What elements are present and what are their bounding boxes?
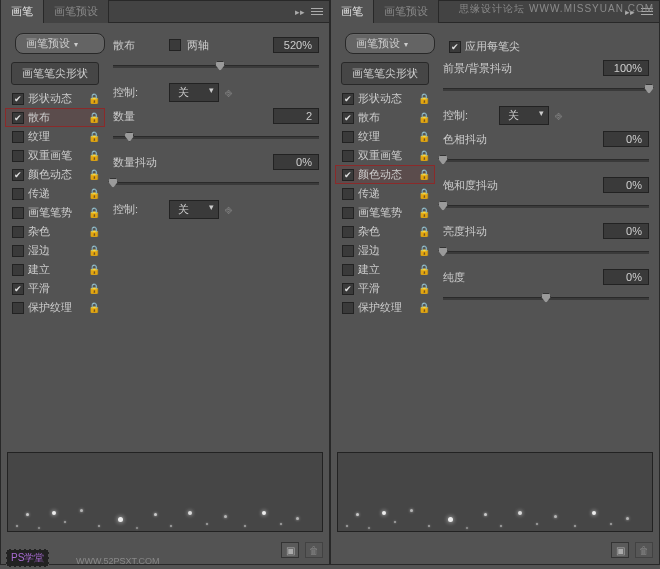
checkbox-icon[interactable] bbox=[342, 150, 354, 162]
lock-icon[interactable]: 🔒 bbox=[88, 245, 104, 256]
lock-icon[interactable]: 🔒 bbox=[418, 245, 434, 256]
checkbox-icon[interactable]: ✔ bbox=[342, 169, 354, 181]
opt-scatter[interactable]: ✔散布🔒 bbox=[5, 108, 105, 127]
checkbox-icon[interactable] bbox=[12, 245, 24, 257]
panel-menu-icon[interactable] bbox=[309, 5, 325, 19]
count-slider[interactable] bbox=[113, 130, 319, 144]
trash-icon[interactable]: 🗑 bbox=[305, 542, 323, 558]
count-jitter-slider[interactable] bbox=[113, 176, 319, 190]
hue-jitter-value[interactable]: 0% bbox=[603, 131, 649, 147]
lock-icon[interactable]: 🔒 bbox=[88, 264, 104, 275]
checkbox-icon[interactable] bbox=[342, 188, 354, 200]
collapse-icon[interactable]: ▸▸ bbox=[293, 5, 307, 19]
tab-brush[interactable]: 画笔 bbox=[331, 0, 374, 23]
count-jitter-value[interactable]: 0% bbox=[273, 154, 319, 170]
tip-shape-button[interactable]: 画笔笔尖形状 bbox=[11, 62, 99, 85]
checkbox-icon[interactable] bbox=[342, 207, 354, 219]
tab-preset[interactable]: 画笔预设 bbox=[374, 0, 439, 23]
control-select[interactable]: 关 bbox=[499, 106, 549, 125]
lock-icon[interactable]: 🔒 bbox=[418, 226, 434, 237]
opt-shape-dynamics[interactable]: ✔形状动态🔒 bbox=[5, 89, 105, 108]
checkbox-icon[interactable]: ✔ bbox=[342, 283, 354, 295]
opt-noise[interactable]: 杂色🔒 bbox=[335, 222, 435, 241]
lock-icon[interactable]: 🔒 bbox=[418, 150, 434, 161]
opt-buildup[interactable]: 建立🔒 bbox=[5, 260, 105, 279]
lock-icon[interactable]: 🔒 bbox=[88, 131, 104, 142]
link-icon[interactable]: ⎆ bbox=[225, 86, 232, 100]
sat-jitter-slider[interactable] bbox=[443, 199, 649, 213]
tab-brush[interactable]: 画笔 bbox=[1, 0, 44, 23]
checkbox-icon[interactable] bbox=[12, 264, 24, 276]
scatter-value[interactable]: 520% bbox=[273, 37, 319, 53]
opt-buildup[interactable]: 建立🔒 bbox=[335, 260, 435, 279]
brush-preset-button[interactable]: 画笔预设▾ bbox=[345, 33, 435, 54]
opt-wet-edges[interactable]: 湿边🔒 bbox=[335, 241, 435, 260]
lock-icon[interactable]: 🔒 bbox=[88, 302, 104, 313]
lock-icon[interactable]: 🔒 bbox=[418, 302, 434, 313]
fgbg-jitter-value[interactable]: 100% bbox=[603, 60, 649, 76]
lock-icon[interactable]: 🔒 bbox=[418, 207, 434, 218]
lock-icon[interactable]: 🔒 bbox=[88, 93, 104, 104]
bright-jitter-value[interactable]: 0% bbox=[603, 223, 649, 239]
checkbox-icon[interactable]: ✔ bbox=[12, 283, 24, 295]
purity-slider[interactable] bbox=[443, 291, 649, 305]
opt-brush-pose[interactable]: 画笔笔势🔒 bbox=[335, 203, 435, 222]
brush-preset-button[interactable]: 画笔预设▾ bbox=[15, 33, 105, 54]
checkbox-icon[interactable] bbox=[12, 150, 24, 162]
lock-icon[interactable]: 🔒 bbox=[88, 188, 104, 199]
apply-per-tip-checkbox[interactable]: ✔ bbox=[449, 41, 461, 53]
checkbox-icon[interactable]: ✔ bbox=[342, 112, 354, 124]
opt-wet-edges[interactable]: 湿边🔒 bbox=[5, 241, 105, 260]
lock-icon[interactable]: 🔒 bbox=[418, 131, 434, 142]
opt-color-dynamics[interactable]: ✔颜色动态🔒 bbox=[5, 165, 105, 184]
bright-jitter-slider[interactable] bbox=[443, 245, 649, 259]
scatter-slider[interactable] bbox=[113, 59, 319, 73]
checkbox-icon[interactable] bbox=[342, 131, 354, 143]
lock-icon[interactable]: 🔒 bbox=[418, 169, 434, 180]
lock-icon[interactable]: 🔒 bbox=[88, 150, 104, 161]
opt-texture[interactable]: 纹理🔒 bbox=[5, 127, 105, 146]
opt-protect-texture[interactable]: 保护纹理🔒 bbox=[5, 298, 105, 317]
lock-icon[interactable]: 🔒 bbox=[88, 226, 104, 237]
both-axes-checkbox[interactable] bbox=[169, 39, 181, 51]
opt-transfer[interactable]: 传递🔒 bbox=[335, 184, 435, 203]
link-icon[interactable]: ⎆ bbox=[225, 203, 232, 217]
sat-jitter-value[interactable]: 0% bbox=[603, 177, 649, 193]
lock-icon[interactable]: 🔒 bbox=[88, 283, 104, 294]
lock-icon[interactable]: 🔒 bbox=[88, 207, 104, 218]
lock-icon[interactable]: 🔒 bbox=[418, 93, 434, 104]
lock-icon[interactable]: 🔒 bbox=[418, 112, 434, 123]
checkbox-icon[interactable] bbox=[12, 188, 24, 200]
control-select[interactable]: 关 bbox=[169, 83, 219, 102]
link-icon[interactable]: ⎆ bbox=[555, 109, 562, 123]
tab-preset[interactable]: 画笔预设 bbox=[44, 0, 109, 23]
checkbox-icon[interactable] bbox=[342, 226, 354, 238]
opt-protect-texture[interactable]: 保护纹理🔒 bbox=[335, 298, 435, 317]
hue-jitter-slider[interactable] bbox=[443, 153, 649, 167]
checkbox-icon[interactable] bbox=[12, 226, 24, 238]
lock-icon[interactable]: 🔒 bbox=[418, 264, 434, 275]
new-preset-icon[interactable]: ▣ bbox=[611, 542, 629, 558]
opt-scatter[interactable]: ✔散布🔒 bbox=[335, 108, 435, 127]
opt-noise[interactable]: 杂色🔒 bbox=[5, 222, 105, 241]
lock-icon[interactable]: 🔒 bbox=[418, 188, 434, 199]
lock-icon[interactable]: 🔒 bbox=[88, 169, 104, 180]
checkbox-icon[interactable] bbox=[12, 302, 24, 314]
checkbox-icon[interactable]: ✔ bbox=[342, 93, 354, 105]
purity-value[interactable]: 0% bbox=[603, 269, 649, 285]
checkbox-icon[interactable] bbox=[342, 264, 354, 276]
opt-smoothing[interactable]: ✔平滑🔒 bbox=[335, 279, 435, 298]
checkbox-icon[interactable]: ✔ bbox=[12, 112, 24, 124]
checkbox-icon[interactable] bbox=[342, 302, 354, 314]
opt-color-dynamics[interactable]: ✔颜色动态🔒 bbox=[335, 165, 435, 184]
opt-brush-pose[interactable]: 画笔笔势🔒 bbox=[5, 203, 105, 222]
trash-icon[interactable]: 🗑 bbox=[635, 542, 653, 558]
opt-shape-dynamics[interactable]: ✔形状动态🔒 bbox=[335, 89, 435, 108]
opt-smoothing[interactable]: ✔平滑🔒 bbox=[5, 279, 105, 298]
opt-transfer[interactable]: 传递🔒 bbox=[5, 184, 105, 203]
lock-icon[interactable]: 🔒 bbox=[418, 283, 434, 294]
opt-texture[interactable]: 纹理🔒 bbox=[335, 127, 435, 146]
opt-dual-brush[interactable]: 双重画笔🔒 bbox=[335, 146, 435, 165]
checkbox-icon[interactable]: ✔ bbox=[12, 93, 24, 105]
checkbox-icon[interactable] bbox=[12, 131, 24, 143]
